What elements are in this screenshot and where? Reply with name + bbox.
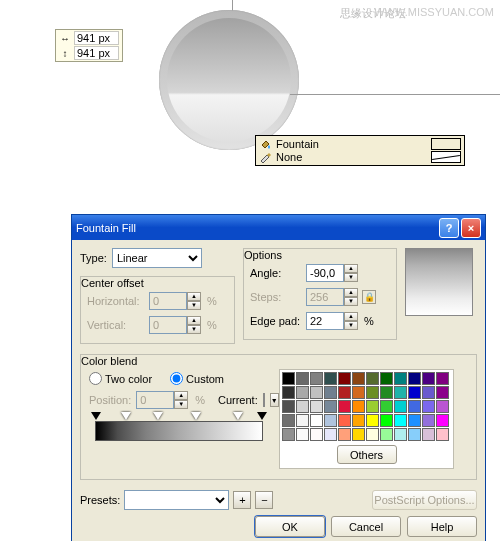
edgepad-spin-down[interactable]: ▼ bbox=[344, 321, 358, 330]
edgepad-spin-up[interactable]: ▲ bbox=[344, 312, 358, 321]
palette-swatch[interactable] bbox=[324, 386, 337, 399]
position-label: Position: bbox=[89, 394, 131, 406]
palette-swatch[interactable] bbox=[408, 428, 421, 441]
outline-type-label: None bbox=[276, 151, 302, 163]
palette-swatch[interactable] bbox=[436, 400, 449, 413]
presets-select[interactable] bbox=[124, 490, 229, 510]
gradient-stop-end[interactable] bbox=[257, 412, 267, 420]
palette-swatch[interactable] bbox=[338, 414, 351, 427]
palette-swatch[interactable] bbox=[380, 400, 393, 413]
palette-swatch[interactable] bbox=[310, 428, 323, 441]
angle-spin-up[interactable]: ▲ bbox=[344, 264, 358, 273]
palette-swatch[interactable] bbox=[380, 372, 393, 385]
palette-swatch[interactable] bbox=[282, 400, 295, 413]
palette-swatch[interactable] bbox=[310, 400, 323, 413]
palette-swatch[interactable] bbox=[296, 414, 309, 427]
palette-swatch[interactable] bbox=[338, 386, 351, 399]
palette-swatch[interactable] bbox=[282, 414, 295, 427]
palette-swatch[interactable] bbox=[380, 428, 393, 441]
palette-swatch[interactable] bbox=[282, 428, 295, 441]
palette-swatch[interactable] bbox=[436, 386, 449, 399]
help-context-button[interactable]: ? bbox=[439, 218, 459, 238]
gradient-stop-3[interactable] bbox=[191, 412, 201, 420]
preset-add-button[interactable]: + bbox=[233, 491, 251, 509]
palette-swatch[interactable] bbox=[422, 372, 435, 385]
palette-swatch[interactable] bbox=[366, 414, 379, 427]
preset-remove-button[interactable]: − bbox=[255, 491, 273, 509]
palette-swatch[interactable] bbox=[394, 372, 407, 385]
vertical-spin-up: ▲ bbox=[187, 316, 201, 325]
palette-swatch[interactable] bbox=[282, 386, 295, 399]
palette-swatch[interactable] bbox=[324, 428, 337, 441]
steps-lock-icon[interactable]: 🔒 bbox=[362, 290, 376, 304]
gradient-stop-start[interactable] bbox=[91, 412, 101, 420]
type-label: Type: bbox=[80, 252, 107, 264]
palette-swatch[interactable] bbox=[352, 400, 365, 413]
current-color-dropdown[interactable]: ▼ bbox=[270, 393, 279, 407]
angle-input[interactable] bbox=[306, 264, 344, 282]
palette-swatch[interactable] bbox=[422, 428, 435, 441]
width-icon bbox=[59, 33, 71, 43]
palette-swatch[interactable] bbox=[310, 372, 323, 385]
palette-swatch[interactable] bbox=[394, 428, 407, 441]
palette-swatch[interactable] bbox=[380, 414, 393, 427]
palette-swatch[interactable] bbox=[380, 386, 393, 399]
palette-swatch[interactable] bbox=[408, 386, 421, 399]
width-value: 941 bbox=[77, 32, 95, 44]
palette-swatch[interactable] bbox=[324, 400, 337, 413]
custom-radio[interactable]: Custom bbox=[170, 372, 224, 385]
gradient-editor[interactable] bbox=[95, 421, 263, 441]
palette-swatch[interactable] bbox=[338, 428, 351, 441]
palette-swatch[interactable] bbox=[310, 414, 323, 427]
palette-swatch[interactable] bbox=[436, 428, 449, 441]
palette-swatch[interactable] bbox=[366, 428, 379, 441]
ok-button[interactable]: OK bbox=[255, 516, 325, 537]
palette-swatch[interactable] bbox=[310, 386, 323, 399]
palette-swatch[interactable] bbox=[324, 414, 337, 427]
palette-swatch[interactable] bbox=[352, 414, 365, 427]
palette-swatch[interactable] bbox=[408, 414, 421, 427]
palette-swatch[interactable] bbox=[338, 372, 351, 385]
palette-swatch[interactable] bbox=[296, 428, 309, 441]
palette-swatch[interactable] bbox=[394, 414, 407, 427]
edgepad-input[interactable] bbox=[306, 312, 344, 330]
palette-swatch[interactable] bbox=[296, 400, 309, 413]
twocolor-radio[interactable]: Two color bbox=[89, 372, 152, 385]
others-button[interactable]: Others bbox=[337, 445, 397, 464]
gradient-stop-4[interactable] bbox=[233, 412, 243, 420]
palette-swatch[interactable] bbox=[366, 372, 379, 385]
cancel-button[interactable]: Cancel bbox=[331, 516, 401, 537]
palette-swatch[interactable] bbox=[338, 400, 351, 413]
palette-swatch[interactable] bbox=[422, 414, 435, 427]
fill-color-swatch[interactable] bbox=[431, 138, 461, 150]
palette-swatch[interactable] bbox=[366, 386, 379, 399]
palette-swatch[interactable] bbox=[296, 372, 309, 385]
canvas-circle-object[interactable] bbox=[159, 10, 299, 150]
palette-swatch[interactable] bbox=[282, 372, 295, 385]
palette-swatch[interactable] bbox=[394, 386, 407, 399]
dialog-title-bar[interactable]: Fountain Fill ? × bbox=[72, 215, 485, 240]
palette-swatch[interactable] bbox=[394, 400, 407, 413]
gradient-stop-2[interactable] bbox=[153, 412, 163, 420]
palette-swatch[interactable] bbox=[366, 400, 379, 413]
fountain-fill-dialog: Fountain Fill ? × Type: Linear Center of… bbox=[71, 214, 486, 541]
palette-swatch[interactable] bbox=[324, 372, 337, 385]
close-icon[interactable]: × bbox=[461, 218, 481, 238]
palette-swatch[interactable] bbox=[436, 414, 449, 427]
fill-bucket-icon bbox=[259, 138, 271, 150]
angle-spin-down[interactable]: ▼ bbox=[344, 273, 358, 282]
palette-swatch[interactable] bbox=[436, 372, 449, 385]
outline-none-swatch[interactable] bbox=[431, 151, 461, 163]
palette-swatch[interactable] bbox=[352, 428, 365, 441]
palette-swatch[interactable] bbox=[296, 386, 309, 399]
palette-swatch[interactable] bbox=[408, 400, 421, 413]
palette-swatch[interactable] bbox=[408, 372, 421, 385]
gradient-stop-1[interactable] bbox=[121, 412, 131, 420]
palette-swatch[interactable] bbox=[422, 400, 435, 413]
palette-swatch[interactable] bbox=[352, 386, 365, 399]
help-button[interactable]: Help bbox=[407, 516, 477, 537]
palette-swatch[interactable] bbox=[352, 372, 365, 385]
edgepad-pct: % bbox=[364, 315, 374, 327]
type-select[interactable]: Linear bbox=[112, 248, 202, 268]
palette-swatch[interactable] bbox=[422, 386, 435, 399]
